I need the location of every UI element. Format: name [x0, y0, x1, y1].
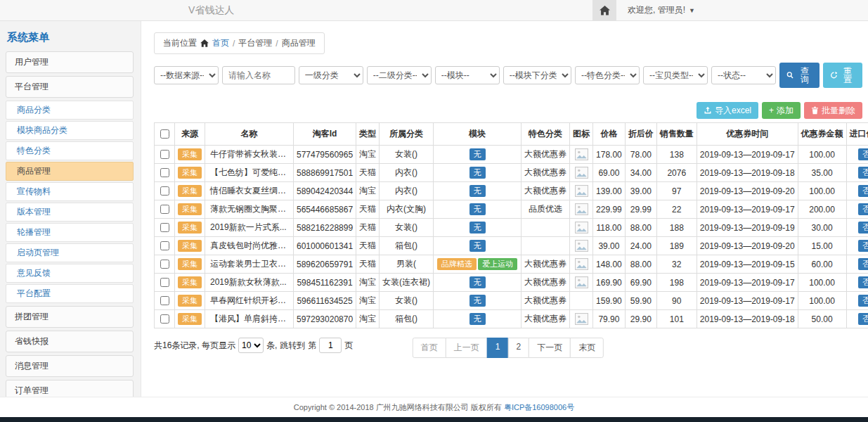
page-button-1[interactable]: 1: [487, 338, 509, 358]
import-select-toggle[interactable]: 否: [858, 185, 868, 197]
source-badge: 采集: [178, 295, 202, 307]
sidebar-subitem[interactable]: 平台配置: [6, 284, 134, 303]
sidebar-item[interactable]: 省钱快报: [6, 331, 134, 352]
icp-link[interactable]: 粤ICP备16098006号: [504, 403, 574, 411]
import-select-toggle[interactable]: 否: [858, 203, 868, 215]
sidebar-subitem[interactable]: 商品管理: [6, 162, 134, 181]
module-badge: 爱上运动: [478, 258, 517, 270]
breadcrumb-item-current: 商品管理: [282, 37, 316, 49]
module-badges: 无: [434, 164, 522, 182]
source-cell: 采集: [175, 255, 205, 274]
row-checkbox[interactable]: [160, 168, 169, 177]
sidebar-item[interactable]: 平台管理: [6, 76, 134, 98]
table-row: 采集 2019新款女秋薄款... 598451162391 淘宝 女装(连衣裙)…: [155, 274, 868, 292]
import-select-toggle[interactable]: 否: [858, 313, 868, 325]
column-header: 折后价: [625, 123, 656, 146]
footer: Copyright © 2014-2018 广州九驰网络科技有限公司 版权所有 …: [0, 397, 868, 417]
sidebar-subitem[interactable]: 商品分类: [6, 101, 134, 120]
import-select-toggle[interactable]: 否: [858, 276, 868, 288]
sidebar-item[interactable]: 拼团管理: [6, 306, 134, 328]
filter-select[interactable]: --状态--: [711, 66, 776, 84]
source-cell: 采集: [175, 219, 205, 237]
add-button[interactable]: + 添加: [762, 102, 801, 119]
reset-button[interactable]: 重置: [823, 63, 862, 88]
import-select-toggle[interactable]: 否: [858, 295, 868, 307]
row-checkbox[interactable]: [160, 150, 169, 159]
filter-select[interactable]: --数据来源--: [154, 66, 219, 84]
page-number-input[interactable]: [319, 338, 342, 353]
product-thumbnail: [575, 240, 588, 252]
select-all-checkbox[interactable]: [160, 129, 169, 139]
product-thumbnail: [575, 203, 588, 215]
row-checkbox[interactable]: [160, 186, 169, 196]
source-cell: 采集: [175, 274, 205, 292]
topbar: V省钱达人 欢迎您, 管理员! ▼: [0, 0, 868, 21]
module-badges: 无: [434, 292, 522, 310]
product-type: 淘宝: [356, 182, 380, 200]
name-input[interactable]: [222, 66, 295, 84]
breadcrumb-home-link[interactable]: 首页: [212, 37, 229, 49]
prev-page-button[interactable]: 上一页: [446, 338, 488, 358]
sidebar-subitem[interactable]: 启动页管理: [6, 243, 134, 262]
coupon-time: 2019-09-13—2019-09-20: [697, 182, 798, 200]
filter-select[interactable]: --模块下分类--: [503, 66, 571, 84]
batch-delete-label: 批量删除: [822, 106, 855, 115]
filter-select[interactable]: --特色分类--: [575, 66, 640, 84]
import-excel-button[interactable]: 导入excel: [697, 102, 758, 119]
import-select-toggle[interactable]: 否: [858, 167, 868, 179]
source-cell: 采集: [175, 292, 205, 310]
row-checkbox-cell: [155, 274, 175, 292]
filter-select[interactable]: --二级分类--: [367, 66, 432, 84]
products-table: 来源名称淘客Id类型所属分类模块特色分类图标价格折后价销售数量优惠券时间优惠券金…: [154, 122, 868, 328]
sidebar-subitem[interactable]: 特色分类: [6, 141, 134, 160]
search-button[interactable]: 查询: [779, 63, 819, 88]
sidebar-subitem[interactable]: 宣传物料: [6, 182, 134, 201]
product-type: 天猫: [356, 255, 380, 274]
filter-select[interactable]: --模块--: [435, 66, 500, 84]
import-select-toggle[interactable]: 否: [858, 148, 868, 160]
action-bar: 导入excel + 添加 批量删除: [154, 102, 862, 119]
sidebar-subitem[interactable]: 版本管理: [6, 203, 134, 222]
table-header-row: 来源名称淘客Id类型所属分类模块特色分类图标价格折后价销售数量优惠券时间优惠券金…: [155, 123, 868, 146]
next-page-button[interactable]: 下一页: [529, 338, 571, 358]
app: V省钱达人 欢迎您, 管理员! ▼ 系统菜单 用户管理 平台管理 商品分类 模块…: [0, 0, 868, 401]
sidebar-subitem[interactable]: 轮播管理: [6, 223, 134, 242]
user-menu[interactable]: 欢迎您, 管理员! ▼: [616, 0, 706, 20]
sidebar-item[interactable]: 用户管理: [6, 51, 134, 73]
module-badge: 品牌精选: [437, 258, 477, 270]
filter-select[interactable]: --宝贝类型--: [643, 66, 708, 84]
row-checkbox[interactable]: [160, 260, 169, 269]
row-checkbox[interactable]: [160, 278, 169, 287]
row-checkbox[interactable]: [160, 296, 169, 305]
filter-select[interactable]: 一级分类: [299, 66, 363, 84]
product-thumbnail: [575, 222, 588, 234]
page-size-select[interactable]: 10: [238, 338, 264, 353]
import-select-toggle[interactable]: 否: [858, 240, 868, 252]
first-page-button[interactable]: 首页: [413, 338, 446, 358]
source-cell: 采集: [175, 200, 205, 219]
sidebar-subitem[interactable]: 意见反馈: [6, 264, 134, 283]
row-checkbox[interactable]: [160, 205, 169, 214]
row-checkbox-cell: [155, 219, 175, 237]
row-checkbox[interactable]: [160, 241, 169, 250]
module-badges: 品牌精选爱上运动: [434, 255, 522, 274]
import-select-cell: 否: [846, 219, 868, 237]
coupon-time: 2019-09-13—2019-09-18: [697, 310, 798, 328]
plus-icon: +: [769, 106, 774, 115]
last-page-button[interactable]: 末页: [570, 338, 604, 358]
sidebar-subitem[interactable]: 模块商品分类: [6, 121, 134, 140]
records-unit-text: 条,: [266, 340, 277, 352]
batch-delete-button[interactable]: 批量删除: [804, 102, 862, 119]
page-button-2[interactable]: 2: [508, 338, 530, 358]
import-select-toggle[interactable]: 否: [858, 222, 868, 234]
row-checkbox[interactable]: [160, 314, 169, 324]
import-select-toggle[interactable]: 否: [858, 258, 868, 270]
module-badge: 无: [469, 222, 486, 234]
sidebar-item[interactable]: 消息管理: [6, 355, 134, 377]
module-badge: 无: [469, 185, 486, 197]
sidebar-subitem-label: 宣传物料: [17, 186, 51, 196]
row-checkbox[interactable]: [160, 223, 169, 232]
product-type: 淘宝: [356, 274, 380, 292]
home-button[interactable]: [592, 0, 616, 20]
table-row: 采集 【七色纺】可爱纯棉家... 588869917501 天猫 内衣() 无 …: [155, 164, 868, 182]
